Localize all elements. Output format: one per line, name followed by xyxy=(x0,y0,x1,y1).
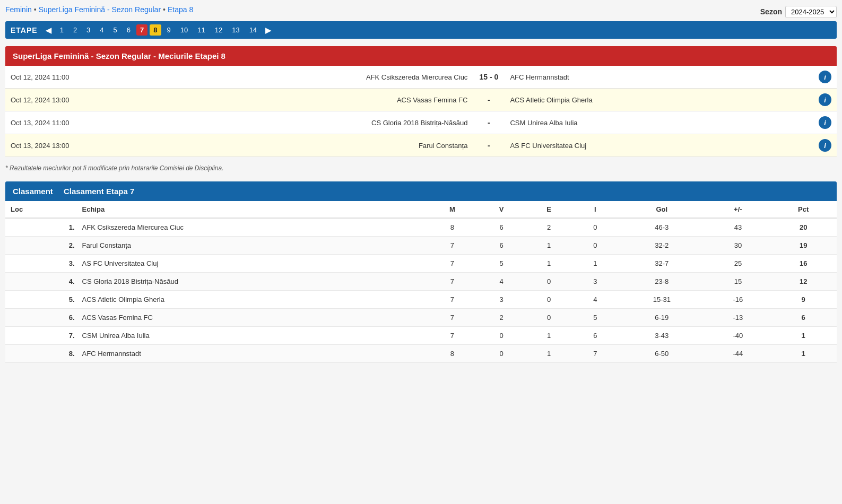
col-loc: Loc xyxy=(5,201,77,218)
standings-row: 7. CSM Unirea Alba Iulia 7 0 1 6 3-43 -4… xyxy=(5,327,837,345)
wins: 0 xyxy=(478,345,525,363)
season-label: Sezon xyxy=(760,7,782,16)
match-home-team: ACS Vasas Femina FC xyxy=(101,89,473,111)
team-name: AFK Csikszereda Miercurea Ciuc xyxy=(77,218,427,237)
goals: 32-2 xyxy=(618,237,706,255)
rank: 4. xyxy=(5,273,77,291)
losses: 7 xyxy=(572,345,618,363)
etape-round-6[interactable]: 6 xyxy=(123,24,134,36)
etape-round-13[interactable]: 13 xyxy=(228,24,243,36)
match-date: Oct 13, 2024 11:00 xyxy=(5,111,101,134)
match-away-team: CSM Unirea Alba Iulia xyxy=(505,111,813,134)
match-info-btn[interactable]: i xyxy=(819,139,831,152)
season-select[interactable]: 2024-2025 2023-2024 xyxy=(785,6,837,18)
team-name: ACS Vasas Femina FC xyxy=(77,309,427,327)
standings-row: 1. AFK Csikszereda Miercurea Ciuc 8 6 2 … xyxy=(5,218,837,237)
etape-round-1[interactable]: 1 xyxy=(56,24,67,36)
wins: 5 xyxy=(478,255,525,273)
match-info-cell: i xyxy=(813,111,837,134)
etape-prev-btn[interactable]: ◀ xyxy=(43,25,54,36)
breadcrumb-part-3: Etapa 8 xyxy=(168,5,193,14)
goal-diff: -13 xyxy=(706,309,770,327)
etape-round-8[interactable]: 8 xyxy=(150,24,161,36)
points: 1 xyxy=(770,327,837,345)
match-home-team: CS Gloria 2018 Bistrița-Năsăud xyxy=(101,111,473,134)
goals: 3-43 xyxy=(618,327,706,345)
standings-row: 3. AS FC Universitatea Cluj 7 5 1 1 32-7… xyxy=(5,255,837,273)
etape-label: ETAPE xyxy=(11,26,38,34)
breadcrumb-sep-2: • xyxy=(163,5,166,14)
goal-diff: 15 xyxy=(706,273,770,291)
goal-diff: 25 xyxy=(706,255,770,273)
etape-round-4[interactable]: 4 xyxy=(96,24,107,36)
wins: 3 xyxy=(478,291,525,309)
matches-section: SuperLiga Feminină - Sezon Regular - Mec… xyxy=(5,46,837,157)
etape-round-3[interactable]: 3 xyxy=(83,24,94,36)
draws: 1 xyxy=(525,327,572,345)
points: 6 xyxy=(770,309,837,327)
rank: 3. xyxy=(5,255,77,273)
goal-diff: -40 xyxy=(706,327,770,345)
team-name: AFC Hermannstadt xyxy=(77,345,427,363)
losses: 3 xyxy=(572,273,618,291)
etape-round-7[interactable]: 7 xyxy=(136,24,147,36)
rank: 5. xyxy=(5,291,77,309)
col-gol: Gol xyxy=(618,201,706,218)
etape-round-9[interactable]: 9 xyxy=(163,24,175,36)
goals: 46-3 xyxy=(618,218,706,237)
standings-table: Loc Echipa M V E I Gol +/- Pct 1. AFK Cs… xyxy=(5,201,837,363)
match-away-team: ACS Atletic Olimpia Gherla xyxy=(505,89,813,111)
match-home-team: AFK Csikszereda Miercurea Ciuc xyxy=(101,66,473,89)
col-pct: Pct xyxy=(770,201,837,218)
rank: 8. xyxy=(5,345,77,363)
col-echipa: Echipa xyxy=(77,201,427,218)
team-name: CS Gloria 2018 Bistrița-Năsăud xyxy=(77,273,427,291)
draws: 1 xyxy=(525,237,572,255)
points: 19 xyxy=(770,237,837,255)
etape-round-2[interactable]: 2 xyxy=(70,24,81,36)
match-info-btn[interactable]: i xyxy=(819,93,831,106)
wins: 4 xyxy=(478,273,525,291)
matches-played: 7 xyxy=(427,237,478,255)
standings-tab1[interactable]: Clasament xyxy=(13,187,53,196)
wins: 2 xyxy=(478,309,525,327)
team-name: ACS Atletic Olimpia Gherla xyxy=(77,291,427,309)
match-score: - xyxy=(473,89,505,111)
match-row: Oct 12, 2024 11:00 AFK Csikszereda Mierc… xyxy=(5,66,837,89)
etape-round-14[interactable]: 14 xyxy=(246,24,261,36)
match-date: Oct 12, 2024 13:00 xyxy=(5,89,101,111)
breadcrumb-part-2[interactable]: SuperLiga Feminină - Sezon Regular xyxy=(39,5,161,14)
match-score: 15 - 0 xyxy=(473,66,505,89)
matches-played: 7 xyxy=(427,273,478,291)
breadcrumb-part-1[interactable]: Feminin xyxy=(5,5,32,14)
breadcrumb-sep-1: • xyxy=(34,5,37,14)
draws: 2 xyxy=(525,218,572,237)
matches-played: 8 xyxy=(427,218,478,237)
matches-played: 7 xyxy=(427,327,478,345)
standings-tab2[interactable]: Clasament Etapa 7 xyxy=(64,187,134,196)
matches-played: 8 xyxy=(427,345,478,363)
goals: 6-50 xyxy=(618,345,706,363)
etape-round-5[interactable]: 5 xyxy=(110,24,121,36)
match-date: Oct 13, 2024 13:00 xyxy=(5,134,101,157)
match-date: Oct 12, 2024 11:00 xyxy=(5,66,101,89)
points: 16 xyxy=(770,255,837,273)
etape-round-12[interactable]: 12 xyxy=(211,24,226,36)
draws: 0 xyxy=(525,273,572,291)
match-home-team: Farul Constanța xyxy=(101,134,473,157)
goal-diff: -44 xyxy=(706,345,770,363)
losses: 1 xyxy=(572,255,618,273)
match-info-btn[interactable]: i xyxy=(819,71,831,83)
rank: 2. xyxy=(5,237,77,255)
match-score: - xyxy=(473,111,505,134)
etape-round-11[interactable]: 11 xyxy=(194,24,209,36)
draws: 1 xyxy=(525,255,572,273)
etape-bar: ETAPE ◀ 1 2 3 4 5 6 7 8 9 10 11 12 13 14… xyxy=(5,21,837,39)
team-name: AS FC Universitatea Cluj xyxy=(77,255,427,273)
match-info-btn[interactable]: i xyxy=(819,116,831,129)
etape-next-btn[interactable]: ▶ xyxy=(263,25,274,36)
etape-round-10[interactable]: 10 xyxy=(177,24,192,36)
losses: 0 xyxy=(572,237,618,255)
match-away-team: AFC Hermannstadt xyxy=(505,66,813,89)
matches-played: 7 xyxy=(427,309,478,327)
